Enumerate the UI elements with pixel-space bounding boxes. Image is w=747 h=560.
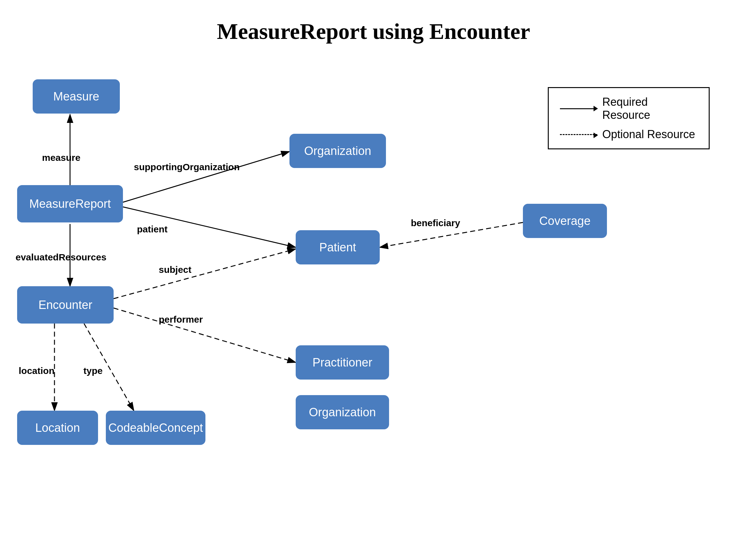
node-organization-top[interactable]: Organization	[289, 134, 386, 168]
label-subject: subject	[159, 264, 191, 275]
label-beneficiary: beneficiary	[411, 218, 460, 229]
label-measure: measure	[42, 153, 80, 163]
node-coverage[interactable]: Coverage	[523, 204, 607, 238]
label-patient: patient	[137, 224, 168, 235]
node-patient[interactable]: Patient	[296, 230, 380, 264]
optional-line-icon	[560, 134, 597, 135]
label-type: type	[83, 366, 103, 376]
label-evaluated: evaluatedResources	[16, 252, 106, 263]
label-supporting-org: supportingOrganization	[134, 162, 240, 172]
node-measure[interactable]: Measure	[33, 79, 120, 113]
legend-required: Required Resource	[560, 96, 697, 122]
node-measurereport[interactable]: MeasureReport	[17, 185, 123, 222]
node-codeableconcept[interactable]: CodeableConcept	[106, 411, 205, 445]
arrow-subject	[113, 249, 296, 299]
node-encounter[interactable]: Encounter	[17, 286, 113, 324]
legend: Required Resource Optional Resource	[548, 87, 710, 149]
node-location[interactable]: Location	[17, 411, 98, 445]
legend-optional: Optional Resource	[560, 128, 697, 141]
label-location: location	[19, 366, 54, 376]
optional-label: Optional Resource	[602, 128, 695, 141]
page-title: MeasureReport using Encounter	[0, 0, 747, 45]
node-organization-bottom[interactable]: Organization	[296, 395, 389, 429]
arrow-performer	[113, 308, 296, 363]
node-practitioner[interactable]: Practitioner	[296, 345, 389, 379]
required-label: Required Resource	[602, 96, 697, 122]
label-performer: performer	[159, 314, 203, 325]
arrow-supporting-org	[123, 152, 289, 202]
required-line-icon	[560, 108, 597, 109]
